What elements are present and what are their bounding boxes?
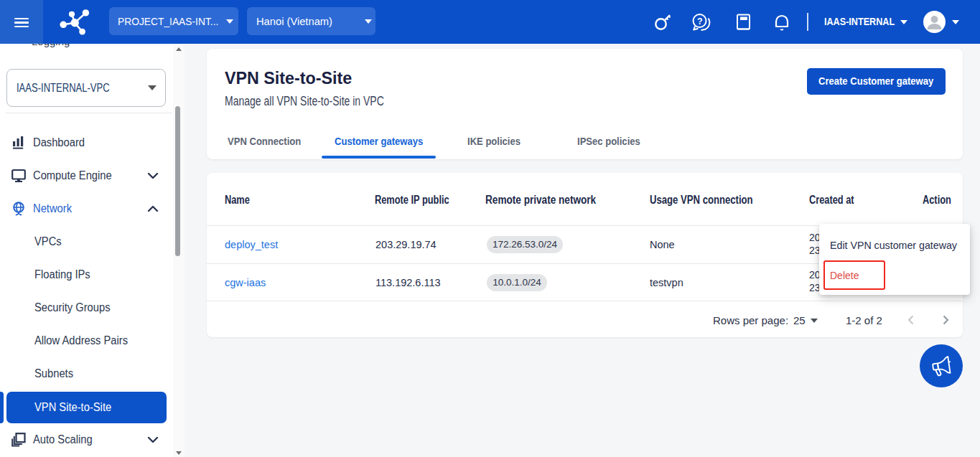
svg-text:?: ? bbox=[697, 17, 703, 27]
